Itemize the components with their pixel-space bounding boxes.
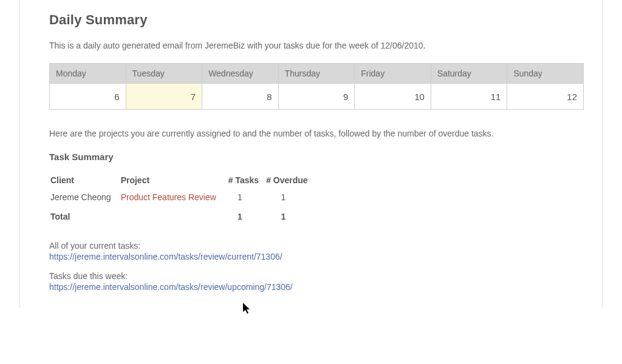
upcoming-tasks-link[interactable]: https://jereme.intervalsonline.com/tasks… [49, 282, 293, 292]
current-tasks-block: All of your current tasks: https://jerem… [49, 241, 584, 261]
col-project: Project [120, 172, 225, 189]
day-header: Friday [355, 64, 431, 84]
cell-total-overdue: 1 [262, 206, 311, 225]
page-title: Daily Summary [49, 12, 584, 28]
day-cell: 8 [202, 84, 279, 110]
cell-total-tasks: 1 [225, 206, 262, 225]
day-header: Saturday [431, 64, 507, 84]
day-cell: 11 [431, 84, 507, 110]
upcoming-tasks-block: Tasks due this week: https://jereme.inte… [49, 271, 584, 292]
cell-tasks: 1 [225, 189, 262, 206]
intro-text: This is a daily auto generated email fro… [49, 39, 584, 52]
upcoming-tasks-label: Tasks due this week: [49, 271, 584, 281]
col-overdue: # Overdue [262, 172, 311, 189]
projects-intro: Here are the projects you are currently … [49, 127, 584, 140]
day-cell: 9 [278, 84, 355, 110]
cell-overdue: 1 [262, 189, 311, 206]
cell-client: Jereme Cheong [49, 189, 120, 206]
day-cell: 12 [507, 84, 584, 110]
task-summary-table: Client Project # Tasks # Overdue Jereme … [49, 172, 312, 225]
day-header: Wednesday [202, 64, 279, 84]
day-cell-today: 7 [126, 84, 202, 110]
current-tasks-link[interactable]: https://jereme.intervalsonline.com/tasks… [49, 252, 282, 261]
project-link[interactable]: Product Features Review [121, 192, 216, 202]
task-summary-heading: Task Summary [49, 152, 584, 162]
table-row: Jereme Cheong Product Features Review 1 … [49, 189, 312, 206]
day-header: Tuesday [126, 64, 202, 84]
day-cell: 6 [50, 84, 126, 110]
col-client: Client [49, 172, 120, 189]
col-tasks: # Tasks [225, 172, 262, 189]
table-row-total: Total 1 1 [49, 206, 312, 225]
day-header: Thursday [278, 64, 355, 84]
day-header: Sunday [507, 64, 584, 84]
day-header: Monday [50, 64, 126, 84]
day-cell: 10 [355, 84, 431, 110]
current-tasks-label: All of your current tasks: [49, 241, 584, 251]
week-calendar: Monday Tuesday Wednesday Thursday Friday… [49, 63, 584, 110]
cell-project: Product Features Review [120, 189, 225, 206]
cell-total-label: Total [49, 206, 120, 225]
